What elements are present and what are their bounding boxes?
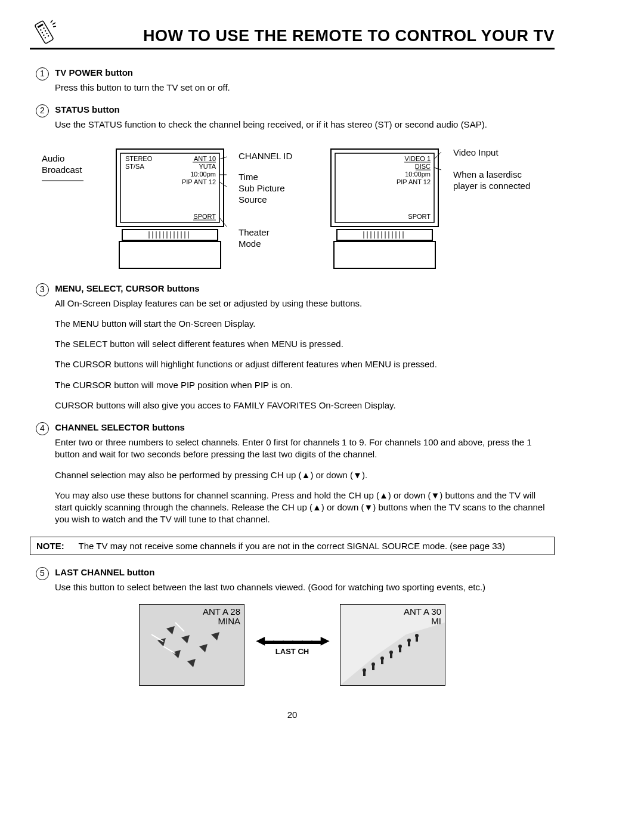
diagram-labels-right: Video Input When a laserdisc player is c… [453,146,531,271]
osd-line1: ANT A 28 [203,607,240,617]
svg-rect-26 [119,241,221,268]
label-laserdisc1: When a laserdisc [453,169,531,179]
para: Enter two or three numbers to select cha… [55,436,555,461]
item-title: TV POWER button [55,67,133,78]
svg-rect-77 [408,642,410,646]
osd-time: 10:00pm [190,171,216,178]
para: CURSOR buttons will also give you acces … [55,400,555,411]
double-arrow-icon: ◀▬▬▬▬▬▬▶ [256,634,328,647]
thumb-left: ANT A 28 MINA [139,604,244,686]
item-title: STATUS button [55,104,120,114]
osd-disc: DISC [415,163,431,170]
diagram-labels-left: Audio Broadcast [42,146,101,271]
svg-rect-79 [416,637,418,642]
svg-rect-67 [363,671,366,676]
svg-rect-13 [122,230,218,240]
para: The SELECT button will select different … [55,338,555,350]
label-mode: Mode [239,239,316,249]
tv-diagram-1: STEREO ST/SA ANT 10 YUTA 10:00pm PIP ANT… [113,146,227,271]
label-laserdisc2: player is connected [453,181,531,191]
svg-rect-48 [334,241,435,268]
osd-video1: VIDEO 1 [405,155,431,162]
item-title: MENU, SELECT, CURSOR buttons [55,283,200,293]
lastch-arrow: ◀▬▬▬▬▬▬▶ LAST CH [256,634,328,656]
para: The CURSOR button will move PIP position… [55,379,555,391]
osd-stsa: ST/SA [125,163,144,170]
para: All On-Screen Display features can be se… [55,298,555,309]
osd-line2: MI [404,617,441,627]
step-number-4: 4 [36,422,49,435]
page-number: 20 [30,710,555,720]
osd-time2: 10:00pm [405,171,431,178]
svg-rect-0 [35,20,54,44]
osd-line1: ANT A 30 [404,607,441,617]
osd-line2: MINA [203,617,240,627]
step-number-5: 5 [36,567,49,580]
step-number-1: 1 [36,67,49,80]
step-number-2: 2 [36,104,49,117]
thumb-right: ANT A 30 MI [340,604,445,686]
osd-sport2: SPORT [408,213,431,220]
svg-rect-75 [399,648,401,652]
thumb-osd: ANT A 30 MI [404,607,441,627]
section-tv-power: 1 TV POWER button Press this button to t… [36,67,555,94]
pointer-line-icon [42,177,83,184]
para: The MENU button will start the On-Screen… [55,318,555,330]
osd-sport: SPORT [193,213,216,220]
section-channel-selector: 4 CHANNEL SELECTOR buttons Enter two or … [36,422,555,526]
svg-rect-71 [381,659,383,664]
section-menu-select-cursor: 3 MENU, SELECT, CURSOR buttons All On-Sc… [36,283,555,412]
osd-ant: ANT 10 [194,155,216,162]
label-time: Time [239,172,316,182]
status-diagram: Audio Broadcast STEREO ST/SA ANT 1 [42,146,555,271]
svg-rect-69 [372,665,374,670]
thumb-osd: ANT A 28 MINA [203,607,240,627]
tv-diagram-2: VIDEO 1 DISC 10:00pm PIP ANT 12 SPORT [328,146,441,271]
osd-pip: PIP ANT 12 [182,178,216,185]
label-subpic: Sub Picture [239,183,316,193]
svg-rect-73 [390,654,392,658]
lastch-label: LAST CH [256,647,328,656]
osd-stereo: STEREO [125,155,153,162]
page-header: HOW TO USE THE REMOTE TO CONTROL YOUR TV [30,18,555,49]
section-status: 2 STATUS button Use the STATUS function … [36,104,555,131]
note-box: NOTE: The TV may not receive some channe… [30,537,555,555]
label-broadcast: Broadcast [42,165,101,175]
label-channelid: CHANNEL ID [239,151,316,161]
item-desc: Use the STATUS function to check the cha… [55,119,555,131]
para: Channel selection may also be performed … [55,469,555,481]
diagram-labels-mid: CHANNEL ID Time Sub Picture Source Theat… [239,146,316,271]
osd-pip2: PIP ANT 12 [397,178,431,185]
section-last-channel: 5 LAST CHANNEL button Use this button to… [36,567,555,593]
lastch-diagram: ANT A 28 MINA ◀▬▬▬▬▬▬▶ LAST CH ANT A 30 … [30,604,555,686]
para: You may also use these buttons for chann… [55,490,555,526]
osd-yuta: YUTA [199,163,216,170]
note-text: The TV may not receive some channels if … [79,541,505,551]
para: The CURSOR buttons will highlight functi… [55,358,555,370]
item-desc: Press this button to turn the TV set on … [55,82,555,94]
remote-icon [30,18,58,47]
item-desc: Use this button to select between the la… [55,581,555,593]
item-title: LAST CHANNEL button [55,567,154,577]
label-theater: Theater [239,227,316,237]
page-title: HOW TO USE THE REMOTE TO CONTROL YOUR TV [70,27,555,47]
svg-rect-35 [337,230,432,240]
item-title: CHANNEL SELECTOR buttons [55,422,185,432]
step-number-3: 3 [36,283,49,296]
label-source: Source [239,194,316,205]
label-videoinput: Video Input [453,147,531,157]
note-label: NOTE: [36,541,64,551]
label-audio: Audio [42,153,101,163]
